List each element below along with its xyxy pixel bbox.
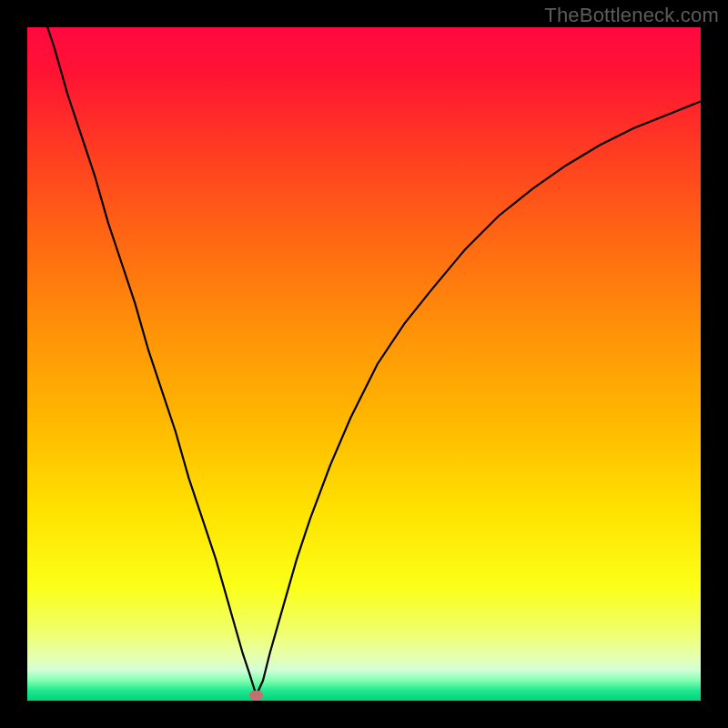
plot-area xyxy=(27,27,701,701)
bottleneck-marker xyxy=(249,691,263,700)
watermark-text: TheBottleneck.com xyxy=(544,4,719,27)
chart-svg xyxy=(27,27,701,701)
chart-frame: TheBottleneck.com xyxy=(0,0,728,728)
gradient-background xyxy=(27,27,701,701)
